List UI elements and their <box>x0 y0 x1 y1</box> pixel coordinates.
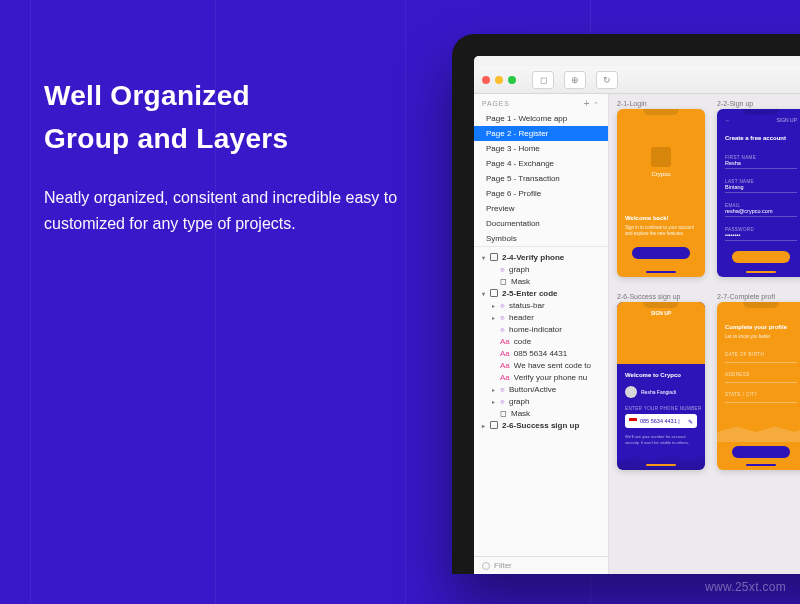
laptop-mockup: ◻ ⊕ ↻ ▦ ▤ ⊖ PAGES + ⌃ <box>452 34 800 574</box>
heading-line-2: Group and Layers <box>44 123 288 154</box>
macos-menubar <box>474 56 800 66</box>
layer-artboard[interactable]: ▾ 2-4-Verify phone <box>474 251 608 263</box>
edit-icon[interactable]: ✎ <box>688 418 693 425</box>
canvas[interactable]: 2-1-Login Crypco Welcome back! Sign in t… <box>609 94 800 574</box>
notch <box>743 302 779 308</box>
toolbar: ◻ ⊕ ↻ ▦ ▤ ⊖ <box>474 66 800 94</box>
artboard-complete-profile[interactable]: Complete your profile Let us know you be… <box>717 302 800 470</box>
watermark: www.25xt.com <box>705 580 786 594</box>
layer-artboard[interactable]: ▾ 2-5-Enter code <box>474 287 608 299</box>
header-bar: SIGN UP <box>617 302 705 364</box>
phone-label: ENTER YOUR PHONE NUMBER <box>625 406 702 411</box>
field-city[interactable]: STATE / CITY <box>725 392 797 403</box>
page-item[interactable]: Page 5 - Transaction <box>474 171 608 186</box>
page-item[interactable]: Preview <box>474 201 608 216</box>
toolbar-button[interactable]: ◻ <box>532 71 554 89</box>
user-row: Resha Fangiadi <box>625 386 676 398</box>
cta-button[interactable] <box>732 251 790 263</box>
layer-item[interactable]: Aacode <box>474 335 608 347</box>
layer-item[interactable]: AaVerify your phone nu <box>474 371 608 383</box>
artboard-group: 2-1-Login Crypco Welcome back! Sign in t… <box>617 100 705 277</box>
wave-graphic <box>717 420 800 442</box>
artboard-group: 2-6-Success sign up SIGN UP Welcome to C… <box>617 293 705 470</box>
collapse-icon[interactable]: ⌃ <box>593 101 600 108</box>
field-password[interactable]: PASSWORD•••••••• <box>725 227 797 241</box>
artboard-label[interactable]: 2-1-Login <box>617 100 705 109</box>
artboard-login[interactable]: Crypco Welcome back! Sign in to continue… <box>617 109 705 277</box>
workspace: PAGES + ⌃ Page 1 - Welcome app Page 2 - … <box>474 94 800 574</box>
cta-button[interactable] <box>632 247 690 259</box>
form-sub: Let us know you better <box>725 334 770 339</box>
filter-icon <box>482 562 490 570</box>
artboard-label[interactable]: 2-6-Success sign up <box>617 293 705 302</box>
layer-item[interactable]: ◻ Mask <box>474 275 608 287</box>
layers-panel: ▾ 2-4-Verify phone ⟐ graph ◻ Mask ▾ <box>474 246 608 556</box>
disclosure-icon[interactable]: ▾ <box>480 290 486 297</box>
field-dob[interactable]: DATE OF BIRTH <box>725 352 797 363</box>
disclosure-icon[interactable]: ▸ <box>490 398 496 405</box>
group-icon: ⟐ <box>500 265 505 274</box>
symbol-icon: ⟐ <box>500 325 505 334</box>
flag-icon[interactable] <box>629 418 637 424</box>
guide-line <box>30 0 31 604</box>
traffic-lights <box>482 76 516 84</box>
page-item[interactable]: Symbols <box>474 231 608 246</box>
layer-item[interactable]: ▸⟐Button/Active <box>474 383 608 395</box>
pages-label: PAGES <box>482 100 510 107</box>
artboard-success[interactable]: SIGN UP Welcome to Crypco Resha Fangiadi… <box>617 302 705 470</box>
welcome-heading: Welcome to Crypco <box>625 372 681 378</box>
phone-value: 085 5634 4431 | <box>640 418 685 424</box>
artboard-icon <box>490 421 498 429</box>
page-item[interactable]: Page 3 - Home <box>474 141 608 156</box>
symbol-icon: ⟐ <box>500 385 505 394</box>
field-first-name[interactable]: FIRST NAMEResha <box>725 155 797 169</box>
field-last-name[interactable]: LAST NAMEBintang <box>725 179 797 193</box>
home-indicator <box>646 464 676 466</box>
page-item[interactable]: Page 1 - Welcome app <box>474 111 608 126</box>
page-item[interactable]: Documentation <box>474 216 608 231</box>
disclosure-icon[interactable]: ▸ <box>490 386 496 393</box>
home-indicator <box>746 464 776 466</box>
welcome-sub: Sign in to continue to your account and … <box>625 225 697 237</box>
artboard-label[interactable]: 2-7-Complete profi <box>717 293 800 302</box>
artboard-signup[interactable]: ← SIGN UP Create a free account FIRST NA… <box>717 109 800 277</box>
text-icon: Aa <box>500 373 510 382</box>
text-icon: Aa <box>500 361 510 370</box>
layer-item[interactable]: ▸⟐graph <box>474 395 608 407</box>
cta-button[interactable] <box>732 446 790 458</box>
close-icon[interactable] <box>482 76 490 84</box>
maximize-icon[interactable] <box>508 76 516 84</box>
layer-artboard[interactable]: ▸ 2-6-Success sign up <box>474 419 608 431</box>
toolbar-button[interactable]: ↻ <box>596 71 618 89</box>
form-heading: Complete your profile <box>725 324 787 330</box>
add-page-icon[interactable]: + <box>584 98 591 109</box>
minimize-icon[interactable] <box>495 76 503 84</box>
field-email[interactable]: EMAILresha@crypco.com <box>725 203 797 217</box>
page-item-selected[interactable]: Page 2 - Register <box>474 126 608 141</box>
phone-input[interactable]: 085 5634 4431 | ✎ <box>625 414 697 428</box>
disclosure-icon[interactable]: ▸ <box>490 302 496 309</box>
back-icon[interactable]: ← <box>725 117 730 123</box>
artboard-group: 2-2-Sign up ← SIGN UP Create a free acco… <box>717 100 800 277</box>
user-name: Resha Fangiadi <box>641 389 676 395</box>
toolbar-button[interactable]: ⊕ <box>564 71 586 89</box>
disclosure-icon[interactable]: ▸ <box>490 314 496 321</box>
header-title: SIGN UP <box>617 310 705 316</box>
page-item[interactable]: Page 4 - Exchange <box>474 156 608 171</box>
layer-item[interactable]: ⟐ graph <box>474 263 608 275</box>
page-item[interactable]: Page 6 - Profile <box>474 186 608 201</box>
pages-header: PAGES + ⌃ <box>474 94 608 111</box>
layer-item[interactable]: ▸⟐header <box>474 311 608 323</box>
disclosure-icon[interactable]: ▸ <box>480 422 486 429</box>
layer-item[interactable]: Aa085 5634 4431 <box>474 347 608 359</box>
layer-item[interactable]: ⟐home-indicator <box>474 323 608 335</box>
disclosure-icon[interactable]: ▾ <box>480 254 486 261</box>
field-address[interactable]: ADDRESS <box>725 372 797 383</box>
mask-icon: ◻ <box>500 277 507 286</box>
layer-item[interactable]: AaWe have sent code to <box>474 359 608 371</box>
filter-bar[interactable]: Filter <box>474 556 608 574</box>
home-indicator <box>646 271 676 273</box>
layer-item[interactable]: ◻Mask <box>474 407 608 419</box>
layer-item[interactable]: ▸⟐status-bar <box>474 299 608 311</box>
artboard-label[interactable]: 2-2-Sign up <box>717 100 800 109</box>
